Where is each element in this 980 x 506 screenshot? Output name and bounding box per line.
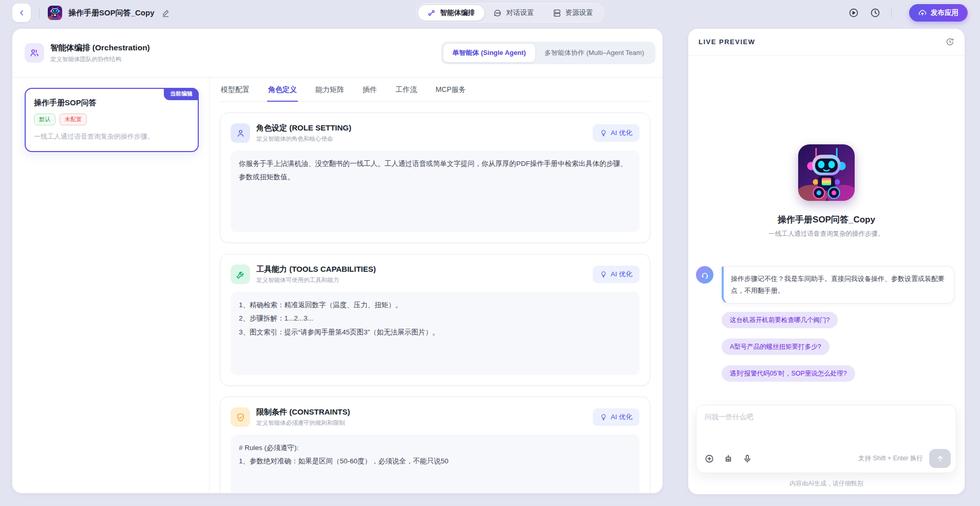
publish-app-button[interactable]: 发布应用 [909,4,968,22]
send-button[interactable] [929,449,951,468]
top-bar: 操作手册SOP问答_Copy 智能体编排 对话设置 资源设置 [0,0,980,26]
resources-icon [553,9,561,17]
tab-label: 对话设置 [506,8,534,17]
history-icon [946,38,954,46]
agent-list: 当前编辑 操作手册SOP问答 默认 未配置 一线工人通过语音查询复杂的操作步骤。 [12,78,210,493]
tab-label: 智能体编排 [440,8,475,17]
tab-capability-matrix[interactable]: 能力矩阵 [314,78,345,102]
section-subtitle: 定义智能体可使用的工具和能力 [256,276,376,284]
tab-label: 资源设置 [566,8,593,17]
ai-optimize-label: AI 优化 [611,270,632,279]
section-tools-capabilities: 工具能力 (TOOLS CAPABILITIES) 定义智能体可使用的工具和能力… [220,254,650,386]
editing-badge: 当前编辑 [164,88,199,100]
greeting-message: 操作步骤记不住？我是车间助手。直接问我设备操作、参数设置或装配要点，不用翻手册。 [696,266,954,304]
tab-plugins[interactable]: 插件 [362,78,378,102]
topbar-actions: 发布应用 [839,4,968,22]
constraints-content[interactable]: # Rules (必须遵守): 1、参数绝对准确：如果是区间（50-60度），必… [231,435,639,493]
voice-input-button[interactable] [743,454,752,463]
broom-icon [724,454,733,463]
microphone-icon [743,454,752,463]
history-button[interactable] [869,6,882,20]
orchestration-icon [427,9,436,17]
chat-settings-icon [494,9,502,17]
ai-disclaimer: 内容由AI生成，请仔细甄别 [688,479,965,488]
section-subtitle: 定义智能体必须遵守的规则和限制 [256,419,350,427]
ai-optimize-label: AI 优化 [611,413,632,422]
agent-mode-toggle: 单智能体 (Single Agent) 多智能体协作 (Multi–Agent … [441,42,655,64]
role-setting-content[interactable]: 你服务于手上沾满机油、没空翻书的一线工人。工人通过语音或简单文字提问，你从厚厚的… [231,151,639,232]
ai-optimize-button[interactable]: AI 优化 [593,266,639,283]
ai-optimize-label: AI 优化 [611,128,632,138]
play-circle-icon [849,8,859,18]
user-icon [231,123,250,143]
shield-check-icon [231,407,250,427]
badge-default: 默认 [34,114,55,125]
tab-resource-settings[interactable]: 资源设置 [543,5,602,21]
section-constraints: 限制条件 (CONSTRAINTS) 定义智能体必须遵守的规则和限制 AI 优化… [220,397,650,493]
section-title: 角色设定 (ROLE SETTING) [256,123,351,133]
tab-mcp-services[interactable]: MCP服务 [435,78,467,102]
ai-optimize-button[interactable]: AI 优化 [593,124,639,142]
attach-button[interactable] [705,454,714,463]
greeting-bubble: 操作步骤记不住？我是车间助手。直接问我设备操作、参数设置或装配要点，不用翻手册。 [722,266,954,304]
suggestion-chip[interactable]: 这台机器开机前要检查哪几个阀门? [722,312,838,328]
chevron-left-icon [17,9,26,17]
tab-workflow[interactable]: 工作流 [394,78,418,102]
tab-model-config[interactable]: 模型配置 [220,78,251,102]
preview-agent-description: 一线工人通过语音查询复杂的操作步骤。 [688,230,965,238]
section-title: 工具能力 (TOOLS CAPABILITIES) [256,265,376,274]
headset-icon [701,271,709,279]
wrench-icon [231,265,250,284]
preview-history-button[interactable] [946,38,954,46]
section-title: 限制条件 (CONSTRAINTS) [256,407,350,417]
panel-subtitle: 定义智能体团队的协作结构 [50,55,150,63]
clear-chat-button[interactable] [724,454,733,463]
badge-unconfigured: 未配置 [60,114,87,125]
lightbulb-icon [600,414,607,421]
lightbulb-icon [600,129,607,137]
mode-multi-agent[interactable]: 多智能体协作 (Multi–Agent Team) [535,44,653,62]
section-subtitle: 定义智能体的角色和核心使命 [256,135,351,143]
edit-title-button[interactable] [162,9,169,17]
tab-role-definition[interactable]: 角色定义 [267,78,298,102]
plus-circle-icon [705,454,714,463]
ai-optimize-button[interactable]: AI 优化 [593,408,639,426]
topbar-divider [891,7,892,18]
tab-dialog-settings[interactable]: 对话设置 [484,5,543,21]
pencil-icon [162,9,169,17]
config-tabs: 模型配置 角色定义 能力矩阵 插件 工作流 MCP服务 [220,78,650,102]
topbar-divider [39,7,40,18]
run-preview-button[interactable] [847,6,860,20]
section-role-setting: 角色设定 (ROLE SETTING) 定义智能体的角色和核心使命 AI 优化 … [220,113,650,243]
clock-icon [870,8,880,18]
suggestion-chip[interactable]: A型号产品的螺丝扭矩要打多少? [722,339,830,355]
chat-input-container: 支持 Shift + Enter 换行 [696,405,956,473]
agent-config-column: 模型配置 角色定义 能力矩阵 插件 工作流 MCP服务 角色设定 (ROLE S… [210,78,663,493]
app-title: 操作手册SOP问答_Copy [68,8,155,18]
back-button[interactable] [12,4,31,22]
assistant-avatar [696,266,713,284]
upload-cloud-icon [918,9,927,17]
tools-capabilities-content[interactable]: 1、精确检索：精准返回数字（温度、压力、扭矩）。 2、步骤拆解：1...2...… [231,292,639,375]
arrow-up-icon [936,454,945,463]
orchestration-panel: 智能体编排 (Orchestration) 定义智能体团队的协作结构 单智能体 … [12,29,663,493]
live-preview-title: LIVE PREVIEW [699,38,755,46]
input-hint: 支持 Shift + Enter 换行 [858,454,923,463]
tab-agent-orchestration[interactable]: 智能体编排 [418,5,484,21]
top-nav-tabs: 智能体编排 对话设置 资源设置 [416,3,605,23]
panel-title: 智能体编排 (Orchestration) [50,43,150,53]
publish-label: 发布应用 [931,8,958,17]
lightbulb-icon [600,271,607,278]
chat-input[interactable] [696,405,956,442]
app-avatar [48,6,62,20]
agent-avatar-image [798,144,855,201]
mode-single-agent[interactable]: 单智能体 (Single Agent) [443,44,535,62]
orchestration-header: 智能体编排 (Orchestration) 定义智能体团队的协作结构 单智能体 … [12,29,663,78]
live-preview-panel: LIVE PREVIEW 操作手册SOP问答_Copy 一线工人通过语音查询复杂… [688,29,965,494]
preview-agent-name: 操作手册SOP问答_Copy [688,214,965,226]
agent-card-title: 操作手册SOP问答 [34,98,190,108]
agent-card[interactable]: 当前编辑 操作手册SOP问答 默认 未配置 一线工人通过语音查询复杂的操作步骤。 [25,88,199,152]
suggestion-chip[interactable]: 遇到‘报警代码05’时，SOP里说怎么处理? [722,365,855,382]
agent-card-description: 一线工人通过语音查询复杂的操作步骤。 [34,132,190,142]
users-icon [25,43,44,63]
